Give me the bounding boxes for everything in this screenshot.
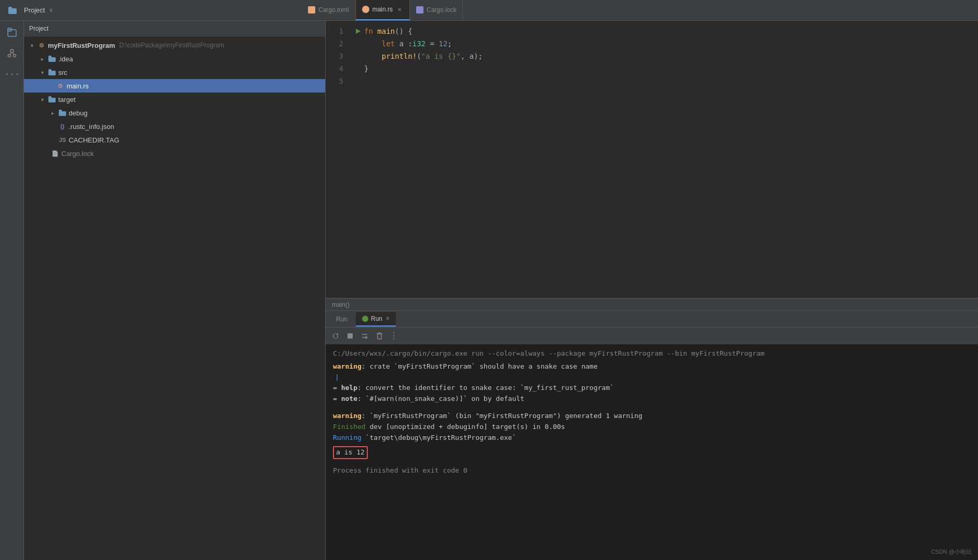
terminal-cmd-line: C:/Users/wxs/.cargo/bin/cargo.exe run --… xyxy=(333,348,971,359)
toolbar-rerun-btn[interactable] xyxy=(330,330,341,342)
paren-open: () { xyxy=(395,25,413,37)
finished-label: Finished xyxy=(333,423,366,431)
macro-println: println! xyxy=(382,50,417,62)
note-label: note xyxy=(341,395,357,402)
tree-label-main-rs: main.rs xyxy=(67,82,89,90)
terminal-process-line: Process finished with exit code 0 xyxy=(333,465,971,476)
terminal-finished: Finished dev [unoptimized + debuginfo] t… xyxy=(333,422,971,433)
tree-item-debug[interactable]: ▸ debug xyxy=(24,106,325,120)
tab-main-rs-label: main.rs xyxy=(372,6,393,13)
tree-label-debug: debug xyxy=(69,109,87,117)
file-tree-title: Project xyxy=(29,25,48,32)
code-line-5 xyxy=(364,75,968,87)
tree-item-idea[interactable]: ▸ .idea xyxy=(24,52,325,66)
running-rest: `target\debug\myFirstRustProgram.exe` xyxy=(362,434,516,441)
terminal-running: Running `target\debug\myFirstRustProgram… xyxy=(333,433,971,444)
chevron-debug: ▸ xyxy=(49,109,56,116)
tree-item-rustc-info[interactable]: {} .rustc_info.json xyxy=(24,120,325,133)
running-label: Running xyxy=(333,434,362,441)
main-rs-icon xyxy=(362,6,369,13)
eq-sign-note: = xyxy=(333,395,341,402)
rust-icon-main: ⚙ xyxy=(56,82,65,90)
json-icon-rustc: {} xyxy=(58,122,67,131)
tree-label-src: src xyxy=(58,69,67,76)
tab-cargo-lock[interactable]: Cargo.lock xyxy=(410,0,463,20)
bottom-tab-run-active[interactable]: Run ✕ xyxy=(356,312,396,327)
top-bar: Project ∨ Cargo.toml main.rs ✕ Cargo.loc… xyxy=(0,0,978,21)
more-dots-icon: ⋮ xyxy=(390,332,398,340)
code-line-4: } xyxy=(364,62,968,75)
file-tree-content: ▾ ⚙ myFirstRustProgram D:\codePackage\my… xyxy=(24,36,325,560)
bottom-tab-close[interactable]: ✕ xyxy=(385,316,390,321)
tree-item-cargo-lock-tree[interactable]: 📄 Cargo.lock xyxy=(24,147,325,160)
tab-main-rs[interactable]: main.rs ✕ xyxy=(356,0,410,20)
chevron-root: ▾ xyxy=(28,42,35,49)
tab-cargo-lock-label: Cargo.lock xyxy=(427,6,456,14)
svg-rect-15 xyxy=(59,111,66,116)
svg-point-5 xyxy=(8,55,10,57)
svg-marker-17 xyxy=(356,29,361,34)
bottom-tab-run-plain-label: Run xyxy=(336,316,348,323)
var-a: a xyxy=(399,37,403,50)
chevron-src: ▾ xyxy=(38,69,46,76)
folder-icon[interactable] xyxy=(5,3,20,18)
sidebar-icon-more[interactable]: ··· xyxy=(5,67,19,81)
run-gutter xyxy=(352,25,364,294)
line-numbers: 1 2 3 4 5 xyxy=(326,25,352,294)
toolbar-scroll-btn[interactable] xyxy=(359,330,370,342)
tree-item-main-rs[interactable]: ⚙ main.rs xyxy=(24,79,325,93)
project-title[interactable]: Project xyxy=(24,6,45,14)
indent-2 xyxy=(364,37,382,50)
note-text: : `#[warn(non_snake_case)]` on by defaul… xyxy=(357,395,524,402)
tree-label-cargo-lock: Cargo.lock xyxy=(61,150,94,158)
gutter-spacer-3 xyxy=(352,50,364,62)
folder-icon-target xyxy=(48,95,56,103)
line-num-4: 4 xyxy=(326,62,343,75)
terminal-spacer2 xyxy=(333,459,971,465)
chevron-idea: ▸ xyxy=(38,55,46,62)
code-line-2: let a :i32 = 12; xyxy=(364,37,968,50)
tree-item-src[interactable]: ▾ src xyxy=(24,66,325,79)
folder-icon-idea xyxy=(48,55,56,63)
bottom-tab-run-plain[interactable]: Run xyxy=(330,312,354,327)
terminal-indent1: | xyxy=(333,372,971,383)
run-button[interactable] xyxy=(352,25,364,37)
terminal-help: = help: convert the identifier to snake … xyxy=(333,383,971,394)
tree-item-root[interactable]: ▾ ⚙ myFirstRustProgram D:\codePackage\my… xyxy=(24,38,325,52)
chevron-down-icon: ∨ xyxy=(49,7,53,14)
tag-icon-cachedir: JS xyxy=(58,136,67,144)
tree-item-cachedir[interactable]: JS CACHEDIR.TAG xyxy=(24,133,325,147)
line-num-5: 5 xyxy=(326,75,343,87)
bottom-tab-bar: Run Run ✕ xyxy=(326,311,978,328)
sidebar-icon-project[interactable] xyxy=(5,25,19,40)
toolbar-stop-btn[interactable] xyxy=(344,330,356,342)
bottom-toolbar: ⋮ xyxy=(326,328,978,344)
svg-rect-14 xyxy=(48,96,52,98)
svg-rect-1 xyxy=(8,7,12,9)
toolbar-clear-btn[interactable] xyxy=(374,330,385,342)
svg-rect-9 xyxy=(48,57,56,62)
sidebar-icon-structure[interactable] xyxy=(5,46,19,60)
terminal-note: = note: `#[warn(non_snake_case)]` on by … xyxy=(333,394,971,405)
indent-3 xyxy=(364,50,382,62)
code-content[interactable]: fn main() { let a :i32 = 12; println!("a… xyxy=(364,25,978,294)
toolbar-more-btn[interactable]: ⋮ xyxy=(388,330,400,342)
svg-rect-16 xyxy=(59,110,62,112)
tree-label-target: target xyxy=(58,96,75,103)
run-status-icon xyxy=(362,316,368,322)
kw-fn: fn xyxy=(364,25,377,37)
colon: : xyxy=(404,37,413,50)
svg-rect-12 xyxy=(48,69,52,71)
terminal-warning1: warning: crate `myFirstRustProgram` shou… xyxy=(333,361,971,372)
project-panel-header: Project ∨ xyxy=(0,3,302,18)
svg-point-6 xyxy=(13,55,16,57)
tree-label-idea: .idea xyxy=(58,55,73,63)
tree-item-target[interactable]: ▾ target xyxy=(24,93,325,106)
svg-line-7 xyxy=(9,53,12,55)
tab-cargo-toml[interactable]: Cargo.toml xyxy=(302,0,356,20)
watermark: CSDN @小电玩 xyxy=(931,548,972,556)
kw-let: let xyxy=(382,37,400,50)
tree-label-root: myFirstRustProgram xyxy=(48,42,115,49)
tab-main-rs-close[interactable]: ✕ xyxy=(396,6,403,13)
process-label: Process finished with exit code 0 xyxy=(333,466,467,474)
